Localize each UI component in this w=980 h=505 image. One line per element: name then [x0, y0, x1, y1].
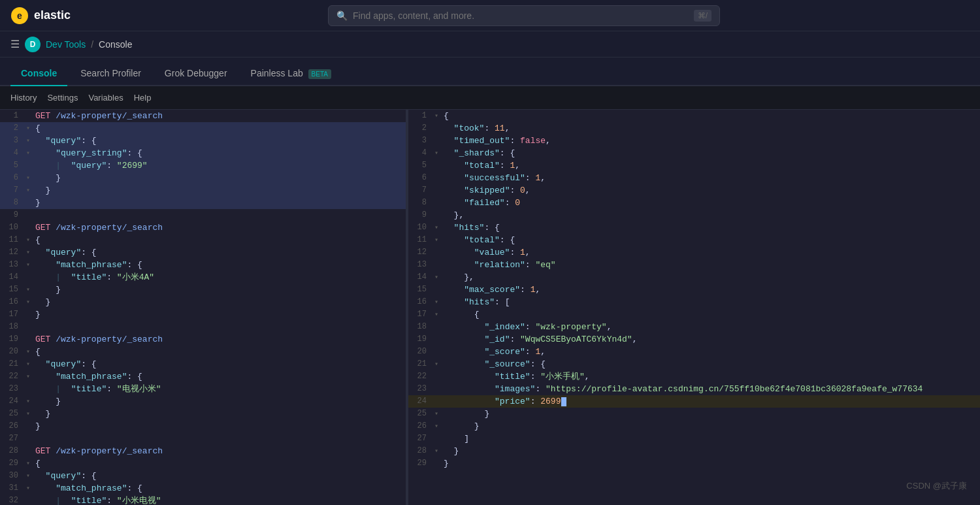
editor-line-3: 3 ▾ "query": { [0, 135, 406, 147]
elastic-logo: e elastic [10, 7, 71, 25]
breadcrumb-devtools-link[interactable]: Dev Tools [46, 39, 86, 50]
hamburger-menu[interactable]: ☰ [10, 38, 20, 50]
toolbar-history[interactable]: History [10, 93, 37, 103]
output-code-area[interactable]: 1 ▾ { 2 "took": 11, 3 "timed_out": false… [408, 110, 980, 505]
editor-line-15: 15 ▾ } [0, 284, 406, 296]
output-line-28: 28 ▾ } [408, 445, 980, 457]
elastic-logo-icon: e [10, 7, 29, 25]
search-icon: 🔍 [336, 10, 348, 21]
editor-line-18: 18 [0, 321, 406, 333]
editor-line-25: 25 ▾ } [0, 408, 406, 420]
editor-line-29: 29 ▾ { [0, 457, 406, 470]
output-line-17: 17 ▾ { [408, 308, 980, 321]
top-bar: e elastic 🔍 ⌘/ [0, 0, 980, 31]
output-line-14: 14 ▾ }, [408, 271, 980, 284]
toolbar-help[interactable]: Help [134, 93, 152, 103]
editor-line-14: 14 | "title": "小米4A" [0, 271, 406, 284]
editor-code-area[interactable]: 1 GET /wzk-property/_search ▶ ⋮ 2 ▾ { 3 … [0, 110, 406, 505]
editor-line-11: 11 ▾ { [0, 234, 406, 246]
output-line-15: 15 "max_score": 1, [408, 284, 980, 296]
editor-line-32: 32 | "title": "小米电视" [0, 495, 406, 505]
editor-line-23: 23 | "title": "电视小米" [0, 383, 406, 395]
editor-line-19: 19 GET /wzk-property/_search [0, 333, 406, 346]
editor-line-30: 30 ▾ "query": { [0, 470, 406, 482]
editor-line-13: 13 ▾ "match_phrase": { [0, 259, 406, 271]
output-line-20: 20 "_score": 1, [408, 346, 980, 358]
output-line-3: 3 "timed_out": false, [408, 135, 980, 147]
tab-console[interactable]: Console [10, 61, 67, 86]
output-line-22: 22 "title": "小米手机", [408, 370, 980, 383]
output-line-8: 8 "failed": 0 [408, 197, 980, 209]
tab-search-profiler[interactable]: Search Profiler [70, 61, 152, 86]
breadcrumb-bar: ☰ D Dev Tools / Console [0, 31, 980, 57]
search-shortcut: ⌘/ [694, 10, 711, 22]
output-panel: 1 ▾ { 2 "took": 11, 3 "timed_out": false… [408, 110, 980, 505]
editor-line-24: 24 ▾ } [0, 395, 406, 408]
breadcrumb-current: Console [99, 39, 132, 50]
editor-line-7: 7 ▾ } [0, 184, 406, 197]
output-line-4: 4 ▾ "_shards": { [408, 147, 980, 159]
output-line-6: 6 "successful": 1, [408, 172, 980, 184]
editor-line-5: 5 | "query": "2699" [0, 159, 406, 172]
main-content: 1 GET /wzk-property/_search ▶ ⋮ 2 ▾ { 3 … [0, 110, 980, 505]
editor-line-6: 6 ▾ } [0, 172, 406, 184]
toolbar-settings[interactable]: Settings [47, 93, 78, 103]
watermark: CSDN @武子康 [906, 480, 967, 492]
breadcrumb-separator: / [91, 39, 93, 50]
output-line-12: 12 "value": 1, [408, 246, 980, 259]
output-line-23: 23 "images": "https://profile-avatar.csd… [408, 383, 980, 395]
tab-grok-debugger[interactable]: Grok Debugger [154, 61, 238, 86]
editor-line-9: 9 [0, 209, 406, 221]
output-line-11: 11 ▾ "total": { [408, 234, 980, 246]
tab-bar: Console Search Profiler Grok Debugger Pa… [0, 57, 980, 86]
toolbar-variables[interactable]: Variables [88, 93, 123, 103]
output-line-1: 1 ▾ { [408, 110, 980, 122]
editor-line-10: 10 GET /wzk-property/_search [0, 221, 406, 234]
global-search-bar[interactable]: 🔍 ⌘/ [328, 5, 720, 26]
output-line-5: 5 "total": 1, [408, 159, 980, 172]
output-line-26: 26 ▾ } [408, 420, 980, 432]
editor-line-2: 2 ▾ { [0, 122, 406, 135]
beta-badge: BETA [308, 69, 331, 79]
editor-line-27: 27 [0, 432, 406, 445]
output-line-19: 19 "_id": "WqwCS5EByoATC6YkYn4d", [408, 333, 980, 346]
output-line-16: 16 ▾ "hits": [ [408, 296, 980, 308]
output-line-7: 7 "skipped": 0, [408, 184, 980, 197]
output-line-29: 29 } [408, 457, 980, 470]
tab-painless-lab[interactable]: Painless Lab BETA [240, 61, 342, 86]
editor-line-22: 22 ▾ "match_phrase": { [0, 370, 406, 383]
editor-line-21: 21 ▾ "query": { [0, 358, 406, 370]
editor-line-1: 1 GET /wzk-property/_search ▶ ⋮ [0, 110, 406, 122]
output-line-9: 9 }, [408, 209, 980, 221]
output-line-21: 21 ▾ "_source": { [408, 358, 980, 370]
editor-line-17: 17 } [0, 308, 406, 321]
output-line-27: 27 ] [408, 432, 980, 445]
output-line-24: 24 "price": 2699 [408, 395, 980, 408]
editor-line-31: 31 ▾ "match_phrase": { [0, 482, 406, 495]
user-avatar: D [25, 37, 41, 52]
editor-line-20: 20 ▾ { [0, 346, 406, 358]
app-name: elastic [34, 8, 71, 22]
editor-line-26: 26 } [0, 420, 406, 432]
editor-panel: 1 GET /wzk-property/_search ▶ ⋮ 2 ▾ { 3 … [0, 110, 408, 505]
svg-text:e: e [17, 10, 22, 21]
run-button-1[interactable]: ▶ [384, 110, 389, 122]
editor-line-8: 8 } [0, 197, 406, 209]
editor-line-28: 28 GET /wzk-property/_search [0, 445, 406, 457]
output-line-25: 25 ▾ } [408, 408, 980, 420]
output-line-2: 2 "took": 11, [408, 122, 980, 135]
editor-line-4: 4 ▾ "query_string": { [0, 147, 406, 159]
output-line-13: 13 "relation": "eq" [408, 259, 980, 271]
editor-line-16: 16 ▾ } [0, 296, 406, 308]
output-line-18: 18 "_index": "wzk-property", [408, 321, 980, 333]
search-input[interactable] [353, 10, 689, 21]
editor-line-12: 12 ▾ "query": { [0, 246, 406, 259]
toolbar: History Settings Variables Help [0, 86, 980, 110]
output-line-10: 10 ▾ "hits": { [408, 221, 980, 234]
more-button-1[interactable]: ⋮ [391, 110, 400, 122]
